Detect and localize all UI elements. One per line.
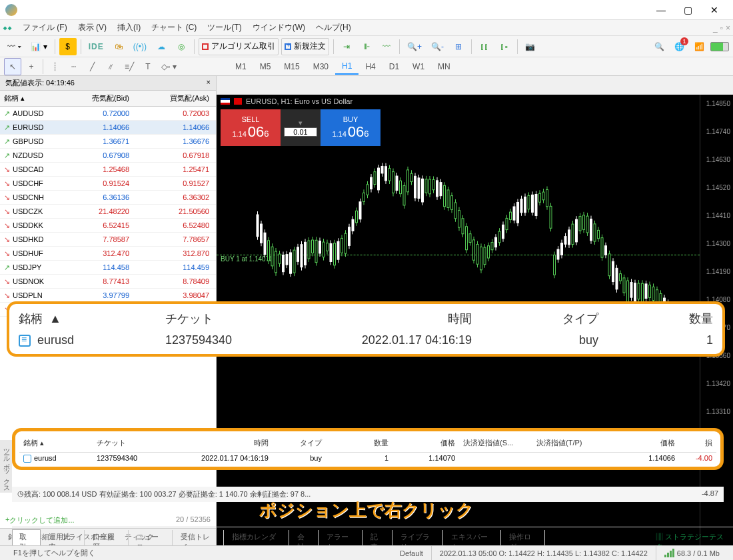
- svg-rect-197: [616, 268, 618, 289]
- chart-type-button[interactable]: 〰 ▾: [4, 38, 25, 55]
- ide-button[interactable]: IDE: [85, 38, 107, 55]
- toolbox-vertical-label[interactable]: ツールボックス: [0, 440, 12, 493]
- col-symbol[interactable]: 銘柄: [4, 94, 19, 102]
- mw-row-usdjpy[interactable]: ↗ USDJPY114.458114.459: [0, 261, 216, 275]
- candles-icon[interactable]: ⊪: [358, 38, 375, 55]
- mw-row-eurusd[interactable]: ↗ EURUSD1.140661.14066: [0, 121, 216, 135]
- channel-tool[interactable]: ⫽: [102, 58, 119, 75]
- menu-chart[interactable]: チャート (C): [146, 21, 202, 35]
- timeframe-m30[interactable]: M30: [307, 59, 335, 74]
- position-row[interactable]: eurusd 1237594340 2022.01.17 04:16:19 bu…: [19, 453, 716, 464]
- svg-rect-121: [476, 245, 478, 265]
- th-ticket[interactable]: チケット: [93, 437, 173, 449]
- co-hdr-type: タイプ: [472, 311, 598, 327]
- svg-rect-191: [605, 246, 607, 255]
- svg-rect-187: [598, 230, 600, 238]
- timeframe-m1[interactable]: M1: [229, 59, 253, 74]
- timeframe-w1[interactable]: W1: [406, 59, 431, 74]
- vps-icon[interactable]: ☁: [153, 38, 170, 55]
- zoom-in-icon[interactable]: 🔍+: [404, 38, 425, 55]
- mdi-close-icon[interactable]: ×: [726, 23, 730, 33]
- mw-row-usdnok[interactable]: ↘ USDNOK8.774138.78409: [0, 275, 216, 289]
- svg-rect-49: [345, 233, 347, 253]
- menu-file[interactable]: ファイル (F): [17, 21, 73, 35]
- menu-window[interactable]: ウインドウ(W): [247, 21, 311, 35]
- crosshair-tool[interactable]: +: [23, 58, 40, 75]
- text-tool[interactable]: T: [139, 58, 157, 75]
- svg-rect-185: [594, 224, 596, 241]
- menu-insert[interactable]: 挿入(I): [112, 21, 146, 35]
- th-type[interactable]: タイプ: [273, 437, 326, 449]
- timeframe-m5[interactable]: M5: [253, 59, 278, 74]
- mw-row-usdcad[interactable]: ↘ USDCAD1.254681.25471: [0, 163, 216, 177]
- globe-icon[interactable]: 🌐: [670, 38, 688, 55]
- timeframe-mn[interactable]: MN: [431, 59, 457, 74]
- annotation-text: ポジション上で右クリック: [0, 499, 733, 522]
- minimize-button[interactable]: —: [648, 1, 674, 19]
- hline-tool[interactable]: ┄: [65, 58, 82, 75]
- fib-tool[interactable]: ≡╱: [121, 58, 138, 75]
- search-icon[interactable]: 🔍: [650, 38, 668, 55]
- col-ask[interactable]: 買気配(Ask): [133, 91, 216, 106]
- mw-row-usddkk[interactable]: ↘ USDDKK6.524156.52480: [0, 219, 216, 233]
- timeframe-h4[interactable]: H4: [359, 59, 382, 74]
- th-vol[interactable]: 数量: [326, 437, 392, 449]
- th-symbol[interactable]: 銘柄: [23, 439, 38, 447]
- mw-row-nzdusd[interactable]: ↗ NZDUSD0.679080.67918: [0, 149, 216, 163]
- timeframe-d1[interactable]: D1: [382, 59, 406, 74]
- svg-rect-189: [601, 238, 603, 258]
- svg-rect-97: [432, 179, 434, 189]
- market-icon[interactable]: 🛍: [110, 38, 127, 55]
- signal-icon[interactable]: ((•)): [130, 38, 150, 55]
- mw-row-usdhuf[interactable]: ↘ USDHUF312.470312.870: [0, 247, 216, 261]
- th-tp[interactable]: 決済指値(T/P): [532, 437, 606, 449]
- svg-rect-133: [498, 231, 500, 243]
- zoom-out-icon[interactable]: 🔍-: [428, 38, 447, 55]
- mw-row-usdhkd[interactable]: ↘ USDHKD7.785877.78657: [0, 233, 216, 247]
- grid-icon[interactable]: ⊞: [450, 38, 467, 55]
- shapes-tool[interactable]: ◇▫ ▾: [158, 58, 180, 75]
- line-chart-icon[interactable]: 〰: [378, 38, 395, 55]
- shift-chart-icon[interactable]: ⇥: [338, 38, 355, 55]
- mw-row-usdczk[interactable]: ↘ USDCZK21.4822021.50560: [0, 205, 216, 219]
- th-price2[interactable]: 価格: [606, 437, 679, 449]
- algo-trading-button[interactable]: アルゴリズム取引: [199, 38, 279, 55]
- dollar-button[interactable]: $: [59, 38, 77, 55]
- svg-rect-117: [469, 234, 471, 243]
- new-order-button[interactable]: 新規注文: [281, 38, 329, 55]
- svg-rect-123: [480, 247, 482, 269]
- camera-icon[interactable]: 📷: [522, 38, 539, 55]
- mw-row-usdcnh[interactable]: ↘ USDCNH6.361366.36302: [0, 191, 216, 205]
- mw-row-usdpln[interactable]: ↘ USDPLN3.977993.98047: [0, 289, 216, 303]
- mdi-max-icon[interactable]: ▫: [720, 23, 723, 33]
- mw-row-usdchf[interactable]: ↘ USDCHF0.915240.91527: [0, 177, 216, 191]
- th-time[interactable]: 時間: [173, 437, 273, 449]
- mw-row-gbpusd[interactable]: ↗ GBPUSD1.366711.36676: [0, 135, 216, 149]
- cursor-tool[interactable]: ↖: [4, 58, 21, 75]
- menu-view[interactable]: 表示 (V): [73, 21, 112, 35]
- step-icon[interactable]: ⫿▸: [496, 38, 513, 55]
- menu-help[interactable]: ヘルプ(H): [311, 21, 357, 35]
- close-button[interactable]: ✕: [701, 1, 728, 19]
- th-pl[interactable]: 損: [679, 437, 716, 449]
- indicator-button[interactable]: 📊 ▾: [27, 38, 50, 55]
- mw-row-audusd[interactable]: ↗ AUDUSD0.720000.72003: [0, 107, 216, 121]
- svg-rect-37: [323, 242, 325, 257]
- svg-rect-95: [429, 179, 431, 194]
- maximize-button[interactable]: ▢: [674, 1, 701, 19]
- th-price[interactable]: 価格: [392, 437, 459, 449]
- y-tick: 1.14850: [706, 100, 730, 107]
- th-sl[interactable]: 決済逆指値(S...: [459, 437, 532, 449]
- timeframe-h1[interactable]: H1: [335, 59, 359, 75]
- menu-tools[interactable]: ツール(T): [202, 21, 247, 35]
- autoscroll-icon[interactable]: ⫿⫿: [476, 38, 493, 55]
- timeframe-m15[interactable]: M15: [277, 59, 306, 74]
- status-profile[interactable]: Default: [392, 546, 432, 560]
- trendline-tool[interactable]: ╱: [83, 58, 101, 75]
- vline-tool[interactable]: ┊: [46, 58, 63, 75]
- col-bid[interactable]: 売気配(Bid): [67, 91, 133, 106]
- target-icon[interactable]: ◎: [173, 38, 190, 55]
- antenna-icon[interactable]: 📶: [690, 38, 708, 55]
- mw-close-icon[interactable]: ×: [207, 78, 211, 88]
- mdi-min-icon[interactable]: _: [713, 23, 718, 33]
